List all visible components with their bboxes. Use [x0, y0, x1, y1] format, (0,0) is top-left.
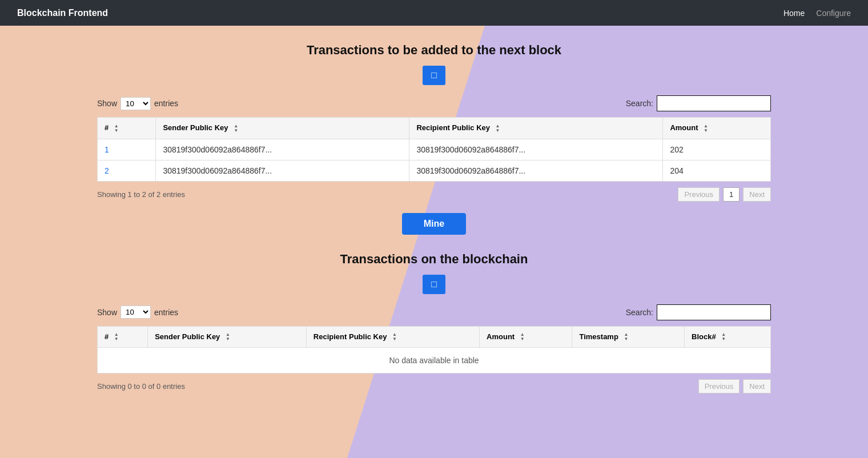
col-num-sort-icon: ▲▼	[114, 124, 119, 133]
cell-id: 1	[98, 139, 156, 160]
section2-col-timestamp: Timestamp ▲▼	[572, 326, 685, 348]
cell-amount: 204	[663, 160, 771, 181]
section2-search-input[interactable]	[657, 304, 771, 320]
cell-recipient: 30819f300d06092a864886f7...	[409, 160, 663, 181]
section1-footer-text: Showing 1 to 2 of 2 entries	[97, 190, 185, 199]
cell-amount: 202	[663, 139, 771, 160]
main-content: Transactions to be added to the next blo…	[0, 26, 868, 411]
section2-add-btn-row: □	[97, 275, 771, 294]
section1-search-input[interactable]	[657, 95, 771, 111]
no-data-row: No data available in table	[98, 348, 771, 373]
mine-button[interactable]: Mine	[402, 213, 466, 235]
section2-search-label: Search:	[626, 308, 653, 317]
cell-sender: 30819f300d06092a864886f7...	[156, 139, 409, 160]
section1-col-recipient: Recipient Public Key ▲▼	[409, 118, 663, 139]
cell-id: 2	[98, 160, 156, 181]
section2-show-select[interactable]: 10 25 50 100	[120, 306, 151, 319]
section1-table: # ▲▼ Sender Public Key ▲▼ Recipient Publ…	[97, 117, 771, 182]
cell-sender: 30819f300d06092a864886f7...	[156, 160, 409, 181]
section1-col-num: # ▲▼	[98, 118, 156, 139]
section2-col-sender: Sender Public Key ▲▼	[148, 326, 307, 348]
section2-pagination: Previous Next	[698, 379, 771, 393]
app-title: Blockchain Frontend	[17, 8, 108, 18]
section1-next-button[interactable]: Next	[743, 187, 771, 202]
no-data-cell: No data available in table	[98, 348, 771, 373]
s2-col-block-sort-icon: ▲▼	[721, 332, 726, 342]
section2-entries-label: entries	[154, 308, 178, 317]
section1-add-button[interactable]: □	[423, 66, 445, 85]
section2-next-button[interactable]: Next	[743, 379, 771, 393]
section2-show-entries: Show 10 25 50 100 entries	[97, 306, 178, 319]
section2-col-amount: Amount ▲▼	[480, 326, 572, 348]
section1-table-header-row: # ▲▼ Sender Public Key ▲▼ Recipient Publ…	[98, 118, 771, 139]
section2-add-button[interactable]: □	[423, 275, 445, 294]
section1-pagination: Previous 1 Next	[678, 187, 771, 202]
section1-table-footer: Showing 1 to 2 of 2 entries Previous 1 N…	[97, 187, 771, 202]
section1-show-label: Show	[97, 99, 117, 108]
navbar: Blockchain Frontend Home Configure	[0, 0, 868, 26]
section1-page-num: 1	[723, 187, 740, 202]
section1-search-label: Search:	[626, 99, 653, 108]
nav-configure[interactable]: Configure	[816, 9, 851, 18]
section2-col-block: Block# ▲▼	[685, 326, 771, 348]
section2-col-recipient: Recipient Public Key ▲▼	[306, 326, 479, 348]
col-amount-sort-icon: ▲▼	[704, 124, 708, 133]
s2-col-amount-sort-icon: ▲▼	[520, 332, 525, 342]
section2-table-controls: Show 10 25 50 100 entries Search:	[97, 304, 771, 320]
section1-col-sender: Sender Public Key ▲▼	[156, 118, 409, 139]
section2-search-box: Search:	[626, 304, 771, 320]
nav-home[interactable]: Home	[783, 9, 805, 18]
col-sender-sort-icon: ▲▼	[234, 124, 238, 133]
section2-col-num: # ▲▼	[98, 326, 148, 348]
mine-btn-row: Mine	[97, 213, 771, 235]
section1-col-amount: Amount ▲▼	[663, 118, 771, 139]
nav-links: Home Configure	[783, 9, 851, 18]
s2-col-recipient-sort-icon: ▲▼	[392, 332, 397, 342]
cell-recipient: 30819f300d06092a864886f7...	[409, 139, 663, 160]
section2-show-label: Show	[97, 308, 117, 317]
section2-table-footer: Showing 0 to 0 of 0 entries Previous Nex…	[97, 379, 771, 393]
section2-table: # ▲▼ Sender Public Key ▲▼ Recipient Publ…	[97, 326, 771, 374]
section1-prev-button[interactable]: Previous	[678, 187, 720, 202]
section1-search-box: Search:	[626, 95, 771, 111]
section1-table-controls: Show 10 25 50 100 entries Search:	[97, 95, 771, 111]
col-recipient-sort-icon: ▲▼	[496, 124, 500, 133]
table-row: 2 30819f300d06092a864886f7... 30819f300d…	[98, 160, 771, 181]
section2-table-header-row: # ▲▼ Sender Public Key ▲▼ Recipient Publ…	[98, 326, 771, 348]
table-row: 1 30819f300d06092a864886f7... 30819f300d…	[98, 139, 771, 160]
section2-prev-button[interactable]: Previous	[698, 379, 740, 393]
s2-col-num-sort-icon: ▲▼	[114, 332, 119, 342]
section2-footer-text: Showing 0 to 0 of 0 entries	[97, 382, 185, 391]
section1-add-btn-row: □	[97, 66, 771, 85]
section1-title: Transactions to be added to the next blo…	[97, 43, 771, 58]
s2-col-sender-sort-icon: ▲▼	[226, 332, 230, 342]
section1-entries-label: entries	[154, 99, 178, 108]
s2-col-timestamp-sort-icon: ▲▼	[624, 332, 628, 342]
section1-show-entries: Show 10 25 50 100 entries	[97, 97, 178, 110]
section2-title: Transactions on the blockchain	[97, 252, 771, 267]
section1-show-select[interactable]: 10 25 50 100	[120, 97, 151, 110]
